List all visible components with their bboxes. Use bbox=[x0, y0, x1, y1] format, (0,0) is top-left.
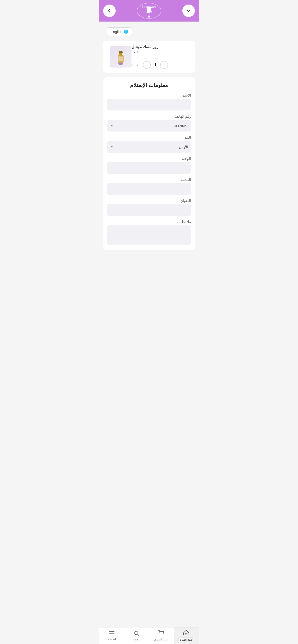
name-input[interactable] bbox=[107, 99, 191, 110]
svg-line-14 bbox=[138, 634, 139, 636]
country-label: البلد bbox=[107, 135, 191, 140]
notes-label: ملاحظات bbox=[107, 220, 191, 224]
categories-icon bbox=[109, 630, 115, 637]
notes-textarea[interactable] bbox=[107, 226, 191, 244]
cart-icon bbox=[158, 630, 165, 637]
svg-rect-12 bbox=[109, 635, 114, 636]
globe-icon: 🌐 bbox=[124, 30, 128, 34]
search-icon bbox=[134, 630, 139, 637]
svg-point-16 bbox=[162, 635, 163, 636]
svg-rect-6 bbox=[119, 51, 123, 53]
nav-categories-label: الأقسام bbox=[108, 638, 116, 641]
city-label: المدينة bbox=[107, 178, 191, 182]
svg-rect-10 bbox=[109, 631, 114, 632]
nav-categories[interactable]: الأقسام bbox=[99, 628, 124, 644]
svg-rect-11 bbox=[109, 633, 114, 634]
svg-marker-1 bbox=[148, 15, 150, 18]
svg-text:Diamond: Diamond bbox=[142, 5, 156, 9]
language-label: English bbox=[111, 30, 122, 34]
product-base-price: 8 د.أ bbox=[131, 50, 138, 54]
svg-point-15 bbox=[160, 635, 161, 636]
product-total-price: 8 د.أ bbox=[131, 63, 138, 67]
phone-code-select[interactable]: +962 JO +1 US +44 UK bbox=[107, 120, 191, 132]
country-wrapper: الأردن السعودية الإمارات ▼ bbox=[107, 141, 191, 152]
dropdown-button[interactable] bbox=[182, 4, 195, 17]
product-name: روز مسك مونتال bbox=[131, 44, 158, 49]
header: Diamond Diva bbox=[99, 0, 199, 22]
nav-home-price: 3,128.49.9 bbox=[178, 638, 194, 642]
form-title: معلومات الإستلام bbox=[107, 82, 191, 88]
quantity-value: 1 bbox=[153, 63, 158, 67]
svg-point-9 bbox=[119, 56, 120, 58]
svg-text:Diva: Diva bbox=[146, 10, 152, 14]
home-icon bbox=[183, 630, 189, 636]
nav-cart-label: عربة التسوق bbox=[154, 638, 169, 641]
address-label: العنوان bbox=[107, 198, 191, 203]
name-label: الاسم bbox=[107, 93, 191, 98]
nav-home[interactable]: 3,128.49.9 bbox=[174, 628, 199, 644]
quantity-row: 8 د.أ − 1 + bbox=[131, 61, 168, 69]
address-input[interactable] bbox=[107, 204, 191, 216]
logo: Diamond Diva bbox=[136, 2, 162, 19]
nav-search-label: بحث bbox=[134, 638, 139, 641]
quantity-decrease-button[interactable]: − bbox=[143, 61, 151, 69]
quantity-increase-button[interactable]: + bbox=[160, 61, 168, 69]
nav-cart[interactable]: عربة التسوق bbox=[149, 628, 174, 644]
city-input[interactable] bbox=[107, 183, 191, 195]
svg-point-8 bbox=[118, 62, 123, 65]
language-selector[interactable]: English 🌐 bbox=[107, 27, 132, 36]
phone-label: رقم الهاتف bbox=[107, 114, 191, 118]
phone-code-wrapper: +962 JO +1 US +44 UK ▼ bbox=[107, 120, 191, 132]
product-image bbox=[110, 46, 131, 68]
product-info: روز مسك مونتال 8 د.أ 8 د.أ − 1 + bbox=[131, 44, 191, 69]
nav-search[interactable]: بحث bbox=[124, 628, 149, 644]
state-label: الولاية bbox=[107, 156, 191, 161]
back-button[interactable] bbox=[103, 4, 116, 17]
bottom-navigation: الأقسام بحث عربة التسوق 3,128.49.9 bbox=[99, 627, 199, 644]
checkout-form: معلومات الإستلام الاسم رقم الهاتف +962 J… bbox=[103, 78, 195, 250]
country-select[interactable]: الأردن السعودية الإمارات bbox=[107, 141, 191, 152]
state-input[interactable] bbox=[107, 162, 191, 174]
product-card: روز مسك مونتال 8 د.أ 8 د.أ − 1 + bbox=[103, 41, 195, 72]
